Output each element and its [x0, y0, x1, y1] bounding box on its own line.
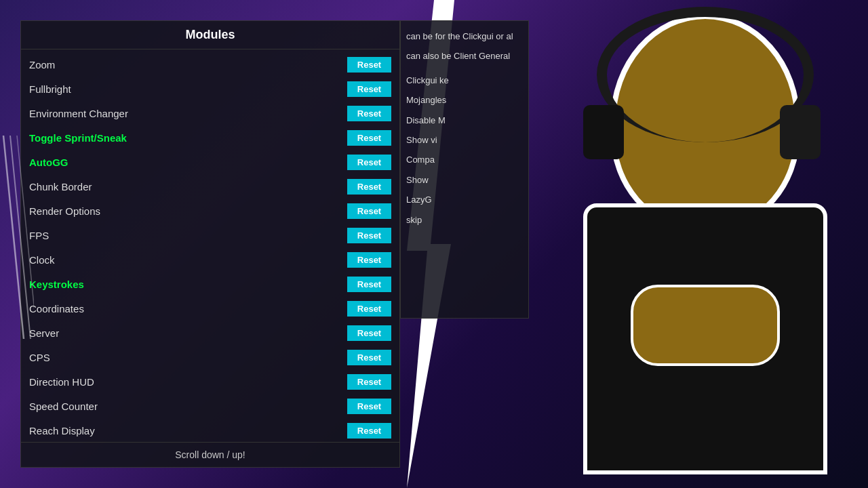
module-item: FPSReset	[21, 223, 399, 247]
settings-line: Mojangles	[406, 90, 523, 110]
settings-text: can be for the Clickgui or alcan also be…	[406, 26, 523, 230]
reset-button[interactable]: Reset	[347, 179, 391, 195]
settings-line: Disable M	[406, 110, 523, 130]
module-item: ClockReset	[21, 247, 399, 272]
panel-footer: Scroll down / up!	[21, 442, 399, 467]
reset-button[interactable]: Reset	[347, 155, 391, 170]
module-name: Reach Display	[29, 425, 95, 436]
reset-button[interactable]: Reset	[347, 203, 391, 219]
module-item: CoordinatesReset	[21, 296, 399, 321]
module-item: AutoGGReset	[21, 150, 399, 174]
reset-button[interactable]: Reset	[347, 301, 391, 317]
module-item: FullbrightReset	[21, 77, 399, 101]
headphone-left-cup	[780, 105, 821, 159]
settings-line: can be for the Clickgui or al	[406, 26, 523, 46]
reset-button[interactable]: Reset	[347, 325, 391, 341]
modules-list: ZoomResetFullbrightResetEnvironment Chan…	[21, 49, 399, 442]
module-item: Direction HUDReset	[21, 369, 399, 394]
panel-title: Modules	[21, 21, 399, 49]
module-item: KeystrokesReset	[21, 272, 399, 296]
reset-button[interactable]: Reset	[347, 228, 391, 243]
modules-panel: Modules ZoomResetFullbrightResetEnvironm…	[20, 20, 400, 468]
module-item: Render OptionsReset	[21, 199, 399, 223]
module-name: Speed Counter	[29, 401, 98, 412]
module-name: Fullbright	[29, 83, 71, 95]
module-name: Toggle Sprint/Sneak	[29, 132, 127, 144]
reset-button[interactable]: Reset	[347, 399, 391, 414]
module-item: CPSReset	[21, 345, 399, 369]
module-name: Environment Changer	[29, 108, 128, 119]
module-item: Toggle Sprint/SneakReset	[21, 125, 399, 150]
module-item: Chunk BorderReset	[21, 174, 399, 199]
settings-line: can also be Client General	[406, 46, 523, 66]
module-name: Direction HUD	[29, 376, 94, 388]
settings-line: Show vi	[406, 130, 523, 150]
reset-button[interactable]: Reset	[347, 350, 391, 365]
settings-line: Compa	[406, 150, 523, 169]
settings-line: Clickgui ke	[406, 70, 523, 90]
headphone-right-cup	[583, 105, 624, 159]
settings-line: skip	[406, 210, 523, 230]
module-name: CPS	[29, 352, 50, 363]
module-name: AutoGG	[29, 157, 68, 168]
settings-line: LazyG	[406, 190, 523, 209]
reset-button[interactable]: Reset	[347, 130, 391, 146]
module-item: ServerReset	[21, 321, 399, 345]
module-name: Keystrokes	[29, 279, 84, 290]
module-item: ZoomReset	[21, 52, 399, 77]
reset-button[interactable]: Reset	[347, 106, 391, 121]
settings-panel: can be for the Clickgui or alcan also be…	[400, 20, 529, 319]
module-item: Environment ChangerReset	[21, 101, 399, 125]
settings-line: Show	[406, 170, 523, 190]
reset-button[interactable]: Reset	[347, 81, 391, 97]
module-name: Coordinates	[29, 303, 84, 314]
module-name: Zoom	[29, 59, 55, 70]
scratch-marks	[0, 136, 27, 339]
reset-button[interactable]: Reset	[347, 277, 391, 292]
reset-button[interactable]: Reset	[347, 374, 391, 390]
module-item: Reach DisplayReset	[21, 418, 399, 442]
person-hands	[631, 285, 780, 366]
reset-button[interactable]: Reset	[347, 57, 391, 73]
reset-button[interactable]: Reset	[347, 423, 391, 439]
module-name: Render Options	[29, 205, 100, 217]
reset-button[interactable]: Reset	[347, 252, 391, 268]
module-item: Speed CounterReset	[21, 394, 399, 418]
svg-line-3	[17, 136, 34, 339]
module-name: Chunk Border	[29, 181, 92, 192]
